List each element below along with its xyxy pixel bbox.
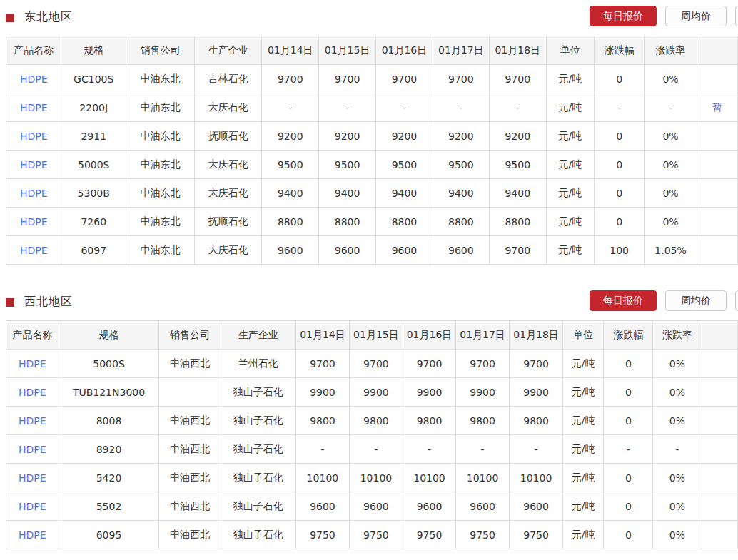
price-cell: 9600: [349, 492, 403, 521]
table-row: HDPE6095中油西北独山子石化97509750975097509750元/吨…: [6, 521, 738, 549]
table-row: HDPE5502中油西北独山子石化96009600960096009600元/吨…: [6, 492, 738, 521]
spec-cell: 5000S: [59, 350, 159, 378]
product-name-cell-link[interactable]: HDPE: [19, 358, 46, 370]
spec-cell: 5000S: [61, 151, 126, 179]
producer-cell: 独山子石化: [221, 407, 295, 435]
price-cell: 9900: [456, 378, 510, 407]
weekly-average-button[interactable]: 周均价: [665, 290, 727, 311]
price-cell: -: [262, 93, 319, 122]
seller-cell: 中油西北: [159, 521, 221, 549]
product-name-cell: HDPE: [6, 122, 61, 151]
price-cell: 10100: [349, 464, 403, 492]
price-cell: 9700: [295, 350, 349, 378]
spec-cell: 7260: [61, 208, 126, 236]
change-amount-cell: 0: [595, 208, 645, 236]
unit-cell: 元/吨: [563, 407, 604, 435]
spec-cell: GC100S: [61, 65, 126, 93]
price-cell: 9200: [319, 122, 376, 151]
seller-cell: 中油东北: [126, 122, 194, 151]
price-table-northeast: 产品名称规格销售公司生产企业01月14日01月15日01月16日01月17日01…: [6, 36, 738, 265]
product-name-cell-link[interactable]: HDPE: [19, 472, 46, 484]
extra-cell: [697, 236, 738, 265]
product-name-cell-link[interactable]: HDPE: [19, 387, 46, 398]
product-name-cell-link[interactable]: HDPE: [19, 444, 46, 455]
spec-cell: 2200J: [61, 93, 126, 122]
spec-cell: 5300B: [61, 179, 126, 208]
price-cell: 9700: [262, 65, 319, 93]
unit-cell: 元/吨: [546, 151, 594, 179]
table-row: HDPE8008中油西北独山子石化98009800980098009800元/吨…: [6, 407, 738, 435]
product-name-cell-link[interactable]: HDPE: [20, 102, 48, 113]
change-rate-cell: 0%: [645, 65, 697, 93]
table-row: HDPE2200J中油东北大庆石化-----元/吨--暂: [6, 93, 738, 122]
producer-cell: 大庆石化: [195, 93, 262, 122]
column-header: 01月18日: [510, 321, 563, 350]
change-amount-cell: 0: [604, 464, 653, 492]
price-cell: 9500: [319, 151, 376, 179]
price-cell: -: [489, 93, 546, 122]
section-northeast-header: 东北地区 每日报价 周均价: [0, 0, 738, 36]
extra-cell: [702, 435, 738, 464]
price-cell: 9700: [319, 65, 376, 93]
red-square-bullet-icon: [6, 298, 14, 307]
red-square-bullet-icon: [6, 14, 14, 22]
price-cell: -: [456, 435, 510, 464]
spec-cell: 6097: [61, 236, 126, 265]
seller-cell: 中油东北: [126, 93, 194, 122]
product-name-cell-link[interactable]: HDPE: [20, 159, 48, 170]
price-cell: -: [376, 93, 433, 122]
product-name-cell-link[interactable]: HDPE: [20, 188, 48, 199]
price-cell: 9700: [349, 350, 403, 378]
producer-cell: 独山子石化: [221, 435, 295, 464]
price-cell: 9800: [349, 407, 403, 435]
daily-quote-button[interactable]: 每日报价: [590, 6, 657, 26]
seller-cell: 中油东北: [126, 179, 194, 208]
table-row: HDPE5420中油西北独山子石化10100101001010010100101…: [6, 464, 738, 492]
product-name-cell: HDPE: [6, 492, 59, 521]
unit-cell: 元/吨: [563, 492, 604, 521]
column-header: 销售公司: [126, 36, 194, 65]
price-cell: 9500: [489, 151, 546, 179]
section-title: 东北地区: [24, 10, 73, 25]
product-name-cell: HDPE: [6, 350, 59, 378]
product-name-cell-link[interactable]: HDPE: [19, 501, 46, 512]
product-name-cell: HDPE: [6, 521, 59, 549]
product-name-cell-link[interactable]: HDPE: [20, 73, 48, 85]
price-cell: 9900: [510, 378, 563, 407]
price-cell: 9200: [376, 122, 433, 151]
page-viewport: 东北地区 每日报价 周均价 产品名称规格销售公司生产企业01月14日01月15日…: [0, 0, 738, 560]
price-cell: 9800: [295, 407, 349, 435]
product-name-cell-link[interactable]: HDPE: [20, 216, 48, 228]
daily-quote-button[interactable]: 每日报价: [590, 290, 657, 311]
producer-cell: 大庆石化: [195, 179, 262, 208]
column-header: 涨跌率: [645, 36, 697, 65]
product-name-cell-link[interactable]: HDPE: [19, 529, 46, 541]
price-cell: 9600: [262, 236, 319, 265]
product-name-cell: HDPE: [6, 93, 61, 122]
column-header: 01月14日: [262, 36, 319, 65]
change-amount-cell: 100: [595, 236, 645, 265]
price-cell: 9600: [319, 236, 376, 265]
change-amount-cell: 0: [595, 179, 645, 208]
product-name-cell-link[interactable]: HDPE: [20, 245, 48, 256]
price-cell: 9600: [456, 492, 510, 521]
product-name-cell-link[interactable]: HDPE: [19, 415, 46, 427]
extra-cell: [702, 464, 738, 492]
partial-cutoff-button[interactable]: [735, 6, 738, 26]
section-northwest-header: 西北地区 每日报价 周均价: [0, 285, 738, 320]
seller-cell: 中油西北: [159, 350, 221, 378]
extra-cell: [697, 65, 738, 93]
producer-cell: 大庆石化: [195, 151, 262, 179]
extra-cell-link[interactable]: 暂: [712, 101, 722, 113]
weekly-average-button[interactable]: 周均价: [665, 6, 727, 26]
column-header: 01月14日: [295, 321, 349, 350]
partial-cutoff-button[interactable]: [735, 290, 738, 311]
extra-cell: [697, 208, 738, 236]
price-cell: 9500: [376, 151, 433, 179]
product-name-cell: HDPE: [6, 435, 59, 464]
producer-cell: 大庆石化: [195, 236, 262, 265]
product-name-cell: HDPE: [6, 236, 61, 265]
extra-cell: 暂: [697, 93, 738, 122]
product-name-cell-link[interactable]: HDPE: [20, 131, 48, 142]
price-cell: -: [349, 435, 403, 464]
